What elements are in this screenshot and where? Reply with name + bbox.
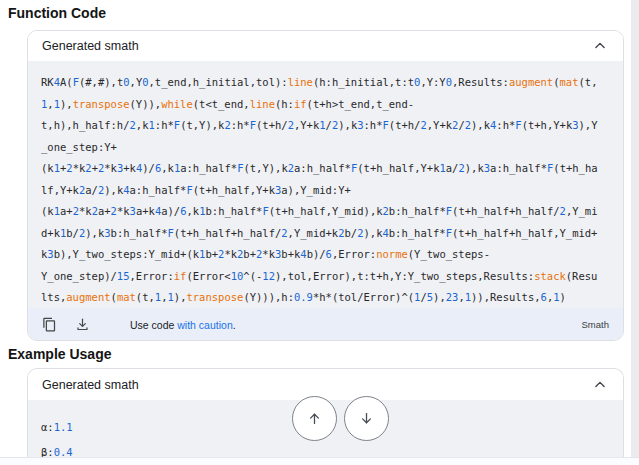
download-code-button[interactable]	[75, 317, 90, 332]
copy-code-button[interactable]	[42, 317, 57, 332]
arrow-down-icon	[358, 410, 375, 427]
right-edge-strip	[631, 0, 639, 465]
chevron-up-icon	[593, 39, 607, 53]
code-line: Y_one_step)/15,Error:if(Error<10^(-12),t…	[41, 266, 610, 288]
collapse-button[interactable]	[591, 376, 609, 394]
caution-text: Use code with caution.	[130, 319, 236, 331]
function-code-title: Function Code	[8, 5, 106, 21]
collapse-button[interactable]	[591, 37, 609, 55]
generated-smath-label: Generated smath	[42, 39, 139, 53]
caution-period: .	[233, 319, 236, 331]
copy-icon	[42, 317, 57, 332]
card-header: Generated smath	[28, 31, 623, 61]
use-code-text: Use code	[130, 319, 174, 331]
bottom-edge-strip	[0, 457, 639, 465]
code-line: t,h),h_half:h/2,k1:h*F(t,Y),k2:h*F(t+h/2…	[41, 115, 610, 137]
code-line: k3b),Y_two_steps:Y_mid+(k1b+2*k2b+2*k3b+…	[41, 244, 610, 266]
code-line: _one_step:Y+	[41, 137, 610, 159]
code-footer: Use code with caution. Smath	[28, 308, 623, 341]
download-icon	[75, 317, 90, 332]
code-line: (k1+2*k2+2*k3+k4)/6,k1a:h_half*F(t,Y),k2…	[41, 158, 610, 180]
code-line: 1,1),transpose(Y)),while(t<t_end,line(h:…	[41, 94, 610, 116]
generated-smath-label: Generated smath	[42, 378, 139, 392]
code-line: d+k1b/2),k3b:h_half*F(t+h_half+h_half/2,…	[41, 223, 610, 245]
code-line: RK4A(F(#,#),t0,Y0,t_end,h_initial,tol):l…	[41, 72, 610, 94]
code-line: lts,augment(mat(t,1,1),transpose(Y))),h:…	[41, 287, 610, 309]
function-code-card: Generated smath RK4A(F(#,#),t0,Y0,t_end,…	[27, 30, 624, 341]
card-header: Generated smath	[28, 369, 623, 400]
chevron-up-icon	[593, 378, 607, 392]
arrow-up-icon	[306, 410, 323, 427]
scroll-up-button[interactable]	[292, 396, 337, 441]
caution-link[interactable]: with caution	[177, 319, 232, 331]
screen: Function Code Generated smath RK4A(F(#,#…	[0, 0, 639, 465]
scroll-down-button[interactable]	[344, 396, 389, 441]
code-line: lf,Y+k2a/2),k4a:h_half*F(t+h_half,Y+k3a)…	[41, 180, 610, 202]
code-line: β:0.4	[41, 440, 610, 457]
code-line: (k1a+2*k2a+2*k3a+k4a)/6,k1b:h_half*F(t+h…	[41, 201, 610, 223]
function-code-block: RK4A(F(#,#),t0,Y0,t_end,h_initial,tol):l…	[28, 61, 623, 308]
language-label: Smath	[582, 319, 609, 330]
example-usage-title: Example Usage	[8, 346, 112, 362]
